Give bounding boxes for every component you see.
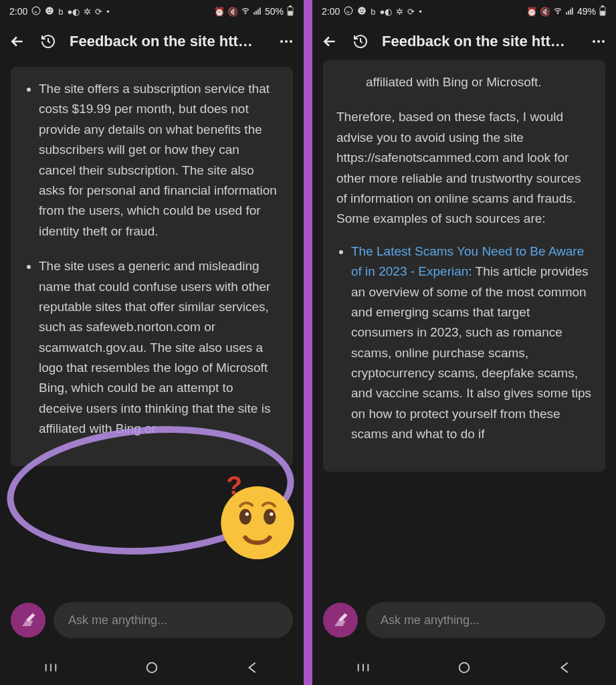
alarm-icon: ⏰ xyxy=(526,7,537,17)
svg-point-3 xyxy=(50,9,52,10)
response-card: affiliated with Bing or Microsoft. There… xyxy=(323,60,605,472)
status-bar: 2:00 b ●◐ ✲ ⟳ • ⏰ 🔇 50% xyxy=(0,0,304,23)
svg-rect-7 xyxy=(258,9,259,14)
smiley-icon xyxy=(357,6,367,17)
new-topic-button[interactable] xyxy=(323,603,358,638)
battery-text: 50% xyxy=(265,6,284,17)
svg-rect-8 xyxy=(260,7,261,14)
input-placeholder: Ask me anything... xyxy=(381,613,480,627)
b-icon: b xyxy=(371,7,375,17)
link-item: The Latest Scams You Need to Be Aware of… xyxy=(351,241,592,445)
svg-point-14 xyxy=(290,40,292,43)
signal-icon xyxy=(253,6,262,17)
bullet-item: The site offers a subscription service t… xyxy=(39,79,280,241)
system-nav xyxy=(312,650,616,685)
phone-right: 2:00 b ●◐ ✲ ⟳ • ⏰ 🔇 49% xyxy=(312,0,616,685)
wifi-icon xyxy=(553,6,562,17)
app-header: Feedback on the site htt… xyxy=(0,23,304,60)
b-icon: b xyxy=(58,7,63,17)
loop-icon: ⟳ xyxy=(95,7,102,17)
svg-point-24 xyxy=(147,663,157,673)
alarm-icon: ⏰ xyxy=(214,7,225,17)
mute-icon: 🔇 xyxy=(540,7,550,17)
input-row: Ask me anything... xyxy=(312,602,616,638)
svg-point-2 xyxy=(48,9,49,10)
back-button[interactable] xyxy=(8,32,27,51)
svg-point-43 xyxy=(459,663,470,673)
battery-icon xyxy=(286,5,294,18)
history-button[interactable] xyxy=(39,32,58,51)
app-header: Feedback on the site htt… xyxy=(312,23,616,60)
home-button[interactable] xyxy=(142,658,162,678)
link-description: : This article provides an overview of s… xyxy=(351,264,591,441)
bullet-item: The site uses a generic and misleading n… xyxy=(39,256,280,439)
more-button[interactable] xyxy=(589,32,608,51)
more-button[interactable] xyxy=(277,32,296,51)
recents-button[interactable] xyxy=(353,658,373,678)
recents-button[interactable] xyxy=(41,658,61,678)
svg-point-26 xyxy=(358,7,366,15)
response-card: The site offers a subscription service t… xyxy=(11,67,293,466)
svg-point-38 xyxy=(597,40,600,43)
phone-left: 2:00 b ●◐ ✲ ⟳ • ⏰ 🔇 50% xyxy=(0,0,304,685)
smiley-icon xyxy=(45,6,54,17)
page-title: Feedback on the site htt… xyxy=(382,33,577,50)
wifi-icon xyxy=(241,6,250,17)
whatsapp-icon xyxy=(344,6,353,17)
back-nav-button[interactable] xyxy=(243,658,263,678)
history-button[interactable] xyxy=(351,32,370,51)
fan-icon: ✲ xyxy=(84,7,91,17)
svg-point-39 xyxy=(602,40,605,43)
svg-rect-11 xyxy=(288,11,292,15)
svg-rect-5 xyxy=(253,12,255,15)
system-nav xyxy=(0,650,304,685)
dot-icon: • xyxy=(419,7,422,17)
input-placeholder: Ask me anything... xyxy=(68,613,167,627)
svg-point-28 xyxy=(363,9,364,10)
svg-rect-30 xyxy=(566,12,567,15)
advice-paragraph: Therefore, based on these facts, I would… xyxy=(336,107,592,229)
svg-point-25 xyxy=(344,7,352,15)
svg-point-37 xyxy=(593,40,595,43)
dotpair-icon: ●◐ xyxy=(379,7,392,17)
dotpair-icon: ●◐ xyxy=(67,7,80,17)
content-area[interactable]: affiliated with Bing or Microsoft. There… xyxy=(312,60,616,685)
ask-input[interactable]: Ask me anything... xyxy=(366,602,605,638)
status-time: 2:00 xyxy=(322,6,340,17)
svg-point-4 xyxy=(245,13,245,13)
content-area[interactable]: The site offers a subscription service t… xyxy=(0,60,304,685)
home-button[interactable] xyxy=(454,658,474,678)
svg-point-27 xyxy=(361,9,362,10)
battery-text: 49% xyxy=(577,6,596,17)
dot-icon: • xyxy=(106,7,110,17)
bullet-tail: affiliated with Bing or Microsoft. xyxy=(366,72,592,92)
svg-rect-33 xyxy=(572,7,573,14)
back-button[interactable] xyxy=(320,32,339,51)
status-time: 2:00 xyxy=(9,6,27,17)
mute-icon: 🔇 xyxy=(227,7,238,17)
svg-point-13 xyxy=(285,40,288,43)
new-topic-button[interactable] xyxy=(11,603,45,638)
svg-point-12 xyxy=(280,40,283,43)
svg-point-0 xyxy=(32,7,40,15)
whatsapp-icon xyxy=(31,6,41,17)
svg-rect-10 xyxy=(289,5,291,7)
ask-input[interactable]: Ask me anything... xyxy=(54,602,293,638)
svg-rect-31 xyxy=(568,11,569,15)
input-row: Ask me anything... xyxy=(0,602,304,638)
fan-icon: ✲ xyxy=(396,7,403,17)
svg-point-1 xyxy=(45,7,54,15)
svg-point-29 xyxy=(557,13,558,13)
svg-rect-32 xyxy=(570,9,571,14)
battery-icon xyxy=(599,5,607,18)
status-bar: 2:00 b ●◐ ✲ ⟳ • ⏰ 🔇 49% xyxy=(312,0,616,23)
page-title: Feedback on the site htt… xyxy=(70,33,265,50)
svg-rect-35 xyxy=(601,5,603,7)
svg-rect-6 xyxy=(255,11,257,15)
back-nav-button[interactable] xyxy=(555,658,575,678)
loop-icon: ⟳ xyxy=(407,7,415,17)
signal-icon xyxy=(565,6,575,17)
svg-rect-36 xyxy=(601,11,605,15)
